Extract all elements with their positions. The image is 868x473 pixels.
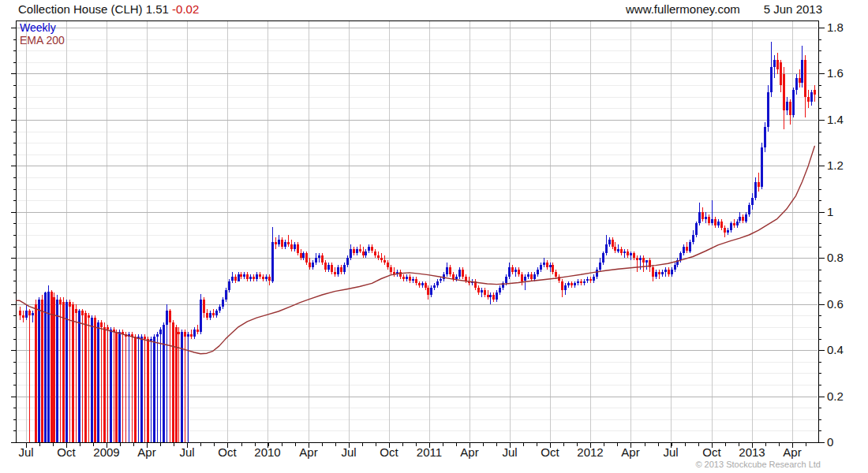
candle-week-90 <box>300 249 302 261</box>
candle-week-91 <box>302 251 305 261</box>
candle-week-225 <box>720 219 723 231</box>
candle-week-49 <box>172 320 174 442</box>
candle-week-21 <box>84 311 87 442</box>
candle-week-33 <box>122 330 124 442</box>
candle-week-50 <box>175 325 178 442</box>
candle-week-227 <box>727 228 729 235</box>
candle-week-253 <box>807 90 810 108</box>
candle-week-86 <box>287 235 290 247</box>
candle-week-101 <box>334 267 336 277</box>
candle-week-124 <box>406 274 408 281</box>
candle-week-80 <box>268 274 271 286</box>
svg-text:2012: 2012 <box>577 445 603 459</box>
candle-week-206 <box>661 270 664 277</box>
candlesticks <box>19 42 816 442</box>
candle-week-198 <box>636 255 638 272</box>
candle-week-200 <box>642 255 645 272</box>
candle-week-240 <box>767 85 769 131</box>
copyright-notice: © 2013 Stockcube Research Ltd <box>695 460 821 469</box>
candle-week-143 <box>465 274 467 284</box>
candle-week-74 <box>249 274 252 281</box>
candle-week-42 <box>150 337 152 442</box>
site-link[interactable]: www.fullermoney.com <box>626 2 740 16</box>
candle-week-245 <box>783 67 785 129</box>
horizontal-minor-gridlines <box>17 40 817 431</box>
svg-text:1.8: 1.8 <box>827 20 844 34</box>
candle-week-184 <box>593 274 595 284</box>
candle-week-201 <box>645 260 648 270</box>
candle-week-119 <box>390 265 392 274</box>
page-title: Collection House (CLH) 1.51 -0.02 <box>18 2 199 16</box>
candle-week-51 <box>178 327 180 442</box>
svg-text:Apr: Apr <box>460 445 478 459</box>
candle-week-228 <box>730 222 732 233</box>
candle-week-128 <box>418 281 421 289</box>
candle-week-182 <box>586 277 589 284</box>
svg-text:Jul: Jul <box>341 445 356 459</box>
candle-week-165 <box>533 272 536 281</box>
candle-week-163 <box>527 272 529 279</box>
candle-week-5 <box>35 300 37 442</box>
svg-text:1.4: 1.4 <box>827 113 844 126</box>
instrument-title: Collection House (CLH) 1.51 <box>18 2 169 16</box>
candle-week-77 <box>259 272 261 279</box>
svg-text:Apr: Apr <box>783 445 801 459</box>
candle-week-154 <box>499 285 501 295</box>
candle-week-4 <box>32 311 34 322</box>
candle-week-24 <box>94 315 96 442</box>
candle-week-76 <box>256 272 258 281</box>
candle-week-104 <box>343 263 346 274</box>
candle-week-214 <box>686 242 688 254</box>
candle-week-177 <box>571 281 573 289</box>
candle-week-211 <box>676 258 679 267</box>
candle-week-183 <box>589 277 592 284</box>
candle-week-233 <box>745 212 747 224</box>
candle-week-46 <box>163 322 165 442</box>
candle-week-2 <box>25 304 28 320</box>
candle-week-25 <box>97 320 99 442</box>
candle-week-197 <box>633 251 635 261</box>
svg-text:Jul: Jul <box>663 445 678 459</box>
candle-week-117 <box>383 255 386 265</box>
plot-frame <box>17 21 819 443</box>
candle-week-8 <box>44 292 47 442</box>
candle-week-125 <box>409 274 411 284</box>
candle-week-113 <box>371 244 373 254</box>
candle-week-208 <box>668 267 670 277</box>
candle-week-45 <box>159 327 162 442</box>
candle-week-17 <box>72 302 74 442</box>
candle-week-223 <box>714 217 716 229</box>
candle-week-194 <box>623 249 626 259</box>
svg-text:Oct: Oct <box>380 445 398 459</box>
candle-week-207 <box>664 267 667 277</box>
candle-week-169 <box>546 260 548 270</box>
candle-week-94 <box>312 260 314 270</box>
candle-week-250 <box>799 69 801 88</box>
candle-week-78 <box>262 274 264 281</box>
candle-week-63 <box>215 309 218 318</box>
candle-week-234 <box>748 203 750 217</box>
legend-weekly-label: Weekly <box>20 22 56 34</box>
candle-week-168 <box>543 258 545 267</box>
candle-week-35 <box>128 332 130 442</box>
candle-week-167 <box>540 263 542 272</box>
candle-week-55 <box>190 330 193 339</box>
candle-week-44 <box>156 332 159 442</box>
candle-week-15 <box>65 300 68 442</box>
candle-week-121 <box>396 270 398 277</box>
candle-week-39 <box>140 334 143 442</box>
candle-week-158 <box>511 265 514 274</box>
svg-text:1: 1 <box>827 205 833 218</box>
candle-week-191 <box>614 242 616 254</box>
svg-text:Jul: Jul <box>502 445 517 459</box>
candle-week-9 <box>47 285 50 442</box>
candle-week-246 <box>786 97 788 115</box>
candle-week-61 <box>209 311 211 320</box>
candle-week-107 <box>353 247 355 256</box>
candle-week-116 <box>380 253 383 263</box>
candle-week-189 <box>608 237 611 247</box>
candle-week-52 <box>181 330 183 442</box>
svg-text:0.8: 0.8 <box>827 251 844 264</box>
svg-text:0.6: 0.6 <box>827 297 844 311</box>
candle-week-108 <box>356 247 358 256</box>
